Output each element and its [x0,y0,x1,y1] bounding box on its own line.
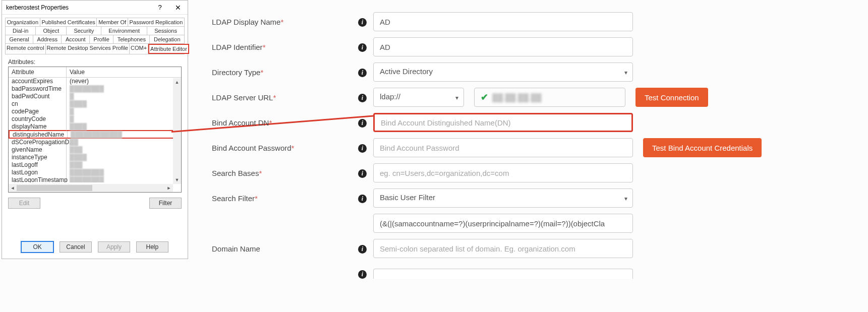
domain-name-input[interactable] [373,239,633,258]
tab-published-certificates[interactable]: Published Certificates [40,18,97,26]
attribute-row[interactable]: givenName███ [9,146,181,154]
attribute-row[interactable]: cn████ [9,100,181,108]
chevron-down-icon: ▾ [455,94,458,101]
label-identifier: LDAP Identifier* [212,43,358,51]
attribute-row[interactable]: lastLogon████████ [9,169,181,176]
info-icon[interactable]: i [358,94,367,102]
attribute-row[interactable]: codePage█ [9,108,181,115]
attribute-row[interactable]: distinguishedName████████████ [9,130,181,139]
label-server-url: LDAP Server URL* [212,93,358,102]
tab-remote-control[interactable]: Remote control [6,44,46,54]
chevron-down-icon: ▾ [624,195,627,202]
tab-attribute-editor[interactable]: Attribute Editor [148,44,189,54]
server-url-verified: ✔ ██.██.██.██ [474,88,625,107]
properties-dialog: kerberostest Properties ? ✕ Organization… [2,0,188,259]
tab-environment[interactable]: Environment [101,27,147,35]
label-directory-type: Directory Type* [212,68,358,77]
tab-security[interactable]: Security [67,27,101,35]
display-name-input[interactable] [373,12,633,31]
column-value[interactable]: Value [67,67,181,77]
attribute-row[interactable]: dSCorePropagationD...██ [9,139,181,146]
tab-organization[interactable]: Organization [6,18,40,26]
tab-rds-profile[interactable]: Remote Desktop Services Profile [46,44,130,54]
help-icon[interactable]: ? [152,1,167,15]
tab-strip: Organization Published Certificates Memb… [2,15,188,55]
tab-dial-in[interactable]: Dial-in [6,27,36,35]
search-bases-input[interactable] [373,163,633,182]
tab-password-replication[interactable]: Password Replication [128,18,184,26]
help-button[interactable]: Help [136,241,168,253]
ok-button[interactable]: OK [21,241,53,253]
info-icon[interactable]: i [358,270,367,279]
dialog-titlebar[interactable]: kerberostest Properties ? ✕ [2,1,188,15]
label-search-bases: Search Bases* [212,169,358,177]
filter-button[interactable]: Filter [149,198,182,209]
test-bind-button[interactable]: Test Bind Account Credentials [643,138,762,157]
chevron-down-icon: ▾ [624,69,627,76]
tab-general[interactable]: General [6,35,33,43]
attribute-row[interactable]: badPwdCount█ [9,93,181,100]
tab-account[interactable]: Account [62,35,90,43]
label-bind-password: Bind Account Password* [212,144,358,152]
tab-com-plus[interactable]: COM+ [130,44,148,54]
info-icon[interactable]: i [358,195,367,203]
attribute-row[interactable]: countryCode█ [9,115,181,123]
attributes-label: Attributes: [8,58,188,66]
attribute-row[interactable]: badPasswordTime████████ [9,85,181,93]
attributes-listbox[interactable]: Attribute Value accountExpires(never)bad… [8,67,182,193]
url-scheme-select[interactable]: ldap:// ▾ [373,88,464,107]
info-icon[interactable]: i [358,69,367,77]
ldap-config-form: LDAP Display Name* i LDAP Identifier* i … [212,9,862,286]
search-filter-select[interactable]: Basic User Filter ▾ [373,189,633,208]
attribute-row[interactable]: lastLogonTimestamp████████ [9,176,181,182]
cancel-button[interactable]: Cancel [60,241,92,253]
label-bind-dn: Bind Account DN* [212,118,358,127]
filter-expression-input[interactable] [373,214,633,233]
info-icon[interactable]: i [358,169,367,178]
check-icon: ✔ [481,92,488,103]
test-connection-button[interactable]: Test Connection [635,88,708,107]
tab-member-of[interactable]: Member Of [97,18,128,26]
next-input-partial[interactable] [373,269,633,279]
edit-button[interactable]: Edit [8,198,40,209]
tab-telephones[interactable]: Telephones [113,35,150,43]
tab-sessions[interactable]: Sessions [147,27,184,35]
tab-delegation[interactable]: Delegation [150,35,184,43]
directory-type-select[interactable]: Active Directory ▾ [373,63,633,82]
tab-profile[interactable]: Profile [90,35,113,43]
label-display-name: LDAP Display Name* [212,18,358,26]
info-icon[interactable]: i [358,43,367,52]
info-icon[interactable]: i [358,18,367,27]
bind-dn-input[interactable] [373,113,633,132]
tab-object[interactable]: Object [36,27,67,35]
info-icon[interactable]: i [358,245,367,254]
info-icon[interactable]: i [358,144,367,153]
tab-address[interactable]: Address [33,35,62,43]
label-domain-name: Domain Name [212,244,358,253]
apply-button[interactable]: Apply [98,241,130,253]
attribute-row[interactable]: displayName████ [9,123,181,131]
label-search-filter: Search Filter* [212,194,358,203]
close-icon[interactable]: ✕ [170,1,186,15]
attribute-row[interactable]: lastLogoff███ [9,161,181,169]
identifier-input[interactable] [373,37,633,56]
bind-password-input[interactable] [373,138,633,157]
attribute-row[interactable]: instanceType████ [9,154,181,161]
info-icon[interactable]: i [358,119,367,128]
horizontal-scrollbar[interactable] [9,184,173,192]
dialog-title: kerberostest Properties [6,4,69,11]
attribute-row[interactable]: accountExpires(never) [9,78,181,85]
column-attribute[interactable]: Attribute [9,67,67,77]
